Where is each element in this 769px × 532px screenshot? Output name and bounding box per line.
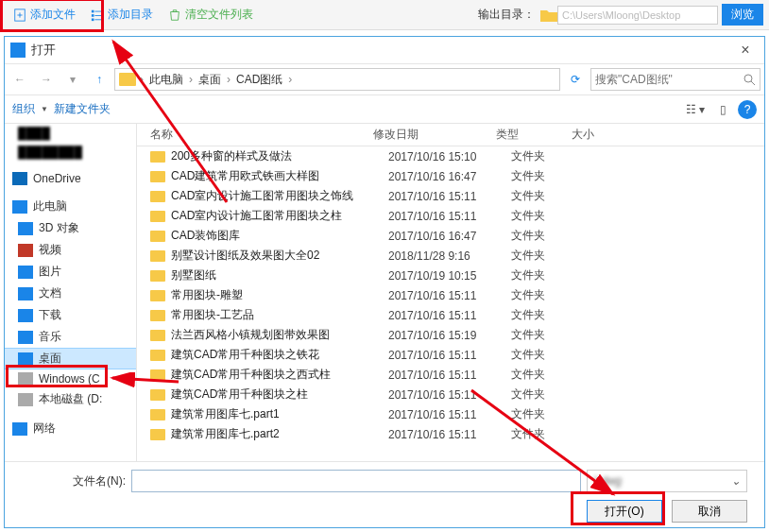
chevron-right-icon: › [225, 73, 232, 86]
file-row[interactable]: 建筑CAD常用千种图块之铁花2017/10/16 15:11文件夹 [137, 345, 764, 365]
preview-button[interactable]: ▯ [716, 101, 730, 118]
file-name: 建筑CAD常用千种图块之柱 [171, 386, 388, 403]
organize-button[interactable]: 组织 [12, 101, 35, 117]
file-type: 文件夹 [511, 367, 587, 383]
file-row[interactable]: 200多种窗的样式及做法2017/10/16 15:10文件夹 [137, 146, 764, 166]
breadcrumb[interactable]: › 此电脑 › 桌面 › CAD图纸 › [114, 68, 560, 91]
add-dir-button[interactable]: 添加目录 [83, 3, 161, 26]
new-folder-button[interactable]: 新建文件夹 [54, 101, 111, 117]
file-name: CAD室内设计施工图常用图块之柱 [171, 208, 388, 224]
clear-list-button[interactable]: 清空文件列表 [161, 3, 261, 26]
nav-up-icon[interactable]: ↑ [88, 68, 111, 91]
tree-label: 下载 [39, 307, 61, 323]
folder-icon [150, 171, 165, 182]
nav-back-icon[interactable]: ← [9, 68, 31, 91]
tree-desktop[interactable]: 桌面 [5, 348, 136, 369]
tree-drive-d[interactable]: 本地磁盘 (D: [5, 388, 136, 410]
folder-icon [150, 330, 165, 341]
file-date: 2017/10/16 15:11 [388, 408, 511, 421]
breadcrumb-item[interactable]: 此电脑 [147, 72, 185, 88]
svg-rect-5 [92, 18, 94, 21]
file-name: 法兰西风格小镇规划图带效果图 [171, 327, 388, 343]
file-row[interactable]: 建筑常用图库七.part12017/10/16 15:11文件夹 [137, 404, 764, 424]
tree-label: 桌面 [39, 351, 61, 367]
breadcrumb-item[interactable]: CAD图纸 [234, 72, 284, 88]
tree-item-blurred: ████████ [5, 143, 136, 162]
file-type: 文件夹 [511, 347, 587, 363]
add-file-icon [13, 9, 26, 22]
breadcrumb-item[interactable]: 桌面 [197, 72, 223, 88]
file-name: 建筑CAD常用千种图块之铁花 [171, 347, 388, 363]
refresh-icon[interactable]: ⟳ [564, 68, 587, 91]
file-list-header[interactable]: 名称 修改日期 类型 大小 [137, 124, 764, 146]
tree-downloads[interactable]: 下载 [5, 304, 136, 326]
filetype-select[interactable]: *.dwg ⌄ [587, 470, 747, 492]
tree-label: 视频 [39, 242, 61, 258]
file-type: 文件夹 [511, 426, 587, 442]
dialog-toolbar: 组织 ▼ 新建文件夹 ☷ ▾ ▯ ? [5, 95, 764, 124]
file-name: 200多种窗的样式及做法 [171, 148, 388, 164]
file-type: 文件夹 [511, 208, 587, 224]
view-mode-button[interactable]: ☷ ▾ [682, 101, 709, 118]
nav-forward-icon[interactable]: → [35, 68, 58, 91]
nav-recent-icon[interactable]: ▾ [61, 68, 84, 91]
file-date: 2017/10/16 15:11 [388, 388, 511, 402]
add-file-button[interactable]: 添加文件 [6, 3, 83, 26]
file-date: 2017/10/19 10:15 [388, 269, 511, 283]
chevron-down-icon: ⌄ [731, 474, 741, 488]
cancel-button[interactable]: 取消 [672, 500, 747, 523]
tree-label: 网络 [33, 420, 56, 437]
file-row[interactable]: CAD装饰图库2017/10/16 16:47文件夹 [137, 226, 764, 246]
svg-rect-1 [92, 9, 94, 12]
file-date: 2017/10/16 15:11 [388, 309, 511, 322]
tree-drive-c[interactable]: Windows (C [5, 369, 136, 388]
tree-this-pc[interactable]: 此电脑 [5, 196, 136, 217]
file-row[interactable]: 别墅设计图纸及效果图大全022018/11/28 9:16文件夹 [137, 246, 764, 266]
file-row[interactable]: 建筑CAD常用千种图块之西式柱2017/10/16 15:11文件夹 [137, 365, 764, 385]
tree-pictures[interactable]: 图片 [5, 261, 136, 283]
file-row[interactable]: 常用图块-工艺品2017/10/16 15:11文件夹 [137, 305, 764, 325]
folder-icon [150, 429, 165, 440]
file-row[interactable]: CAD建筑常用欧式铁画大样图2017/10/16 16:47文件夹 [137, 166, 764, 186]
close-icon[interactable]: × [732, 42, 759, 59]
search-input[interactable] [595, 73, 743, 86]
chevron-down-icon[interactable]: ▼ [41, 105, 48, 113]
tree-onedrive[interactable]: OneDrive [5, 169, 136, 188]
tree-music[interactable]: 音乐 [5, 326, 136, 348]
file-type: 文件夹 [511, 307, 587, 323]
file-row[interactable]: 建筑CAD常用千种图块之柱2017/10/16 15:11文件夹 [137, 385, 764, 404]
search-box[interactable] [590, 68, 760, 91]
file-row[interactable]: 建筑常用图库七.part22017/10/16 15:11文件夹 [137, 424, 764, 444]
tree-label: Windows (C [39, 372, 100, 386]
col-name[interactable]: 名称 [137, 127, 373, 143]
add-file-label: 添加文件 [30, 7, 76, 23]
folder-icon [150, 350, 165, 361]
file-row[interactable]: 法兰西风格小镇规划图带效果图2017/10/16 15:19文件夹 [137, 325, 764, 345]
file-date: 2017/10/16 15:11 [388, 289, 511, 302]
file-type: 文件夹 [511, 188, 587, 204]
file-type: 文件夹 [511, 287, 587, 303]
outdir-input[interactable] [557, 6, 718, 25]
file-row[interactable]: CAD室内设计施工图常用图块之柱2017/10/16 15:11文件夹 [137, 206, 764, 226]
file-row[interactable]: 别墅图纸2017/10/19 10:15文件夹 [137, 266, 764, 285]
file-date: 2017/10/16 15:11 [388, 349, 511, 362]
file-type: 文件夹 [511, 148, 587, 164]
file-date: 2017/10/16 16:47 [388, 230, 511, 243]
open-button[interactable]: 打开(O) [587, 500, 662, 523]
tree-documents[interactable]: 文档 [5, 283, 136, 304]
file-row[interactable]: 常用图块-雕塑2017/10/16 15:11文件夹 [137, 285, 764, 305]
tree-network[interactable]: 网络 [5, 418, 136, 439]
col-date[interactable]: 修改日期 [373, 127, 496, 143]
col-size[interactable]: 大小 [572, 127, 764, 143]
col-type[interactable]: 类型 [496, 127, 572, 143]
tree-videos[interactable]: 视频 [5, 239, 136, 261]
filename-input[interactable] [131, 470, 581, 492]
file-row[interactable]: CAD室内设计施工图常用图块之饰线2017/10/16 15:11文件夹 [137, 186, 764, 206]
help-icon[interactable]: ? [738, 100, 757, 119]
browse-button[interactable]: 浏览 [722, 4, 763, 26]
file-type: 文件夹 [511, 406, 587, 422]
file-type: 文件夹 [511, 386, 587, 403]
file-name: 常用图块-雕塑 [171, 287, 388, 303]
tree-3d-objects[interactable]: 3D 对象 [5, 217, 136, 239]
folder-tree[interactable]: ████ ████████ OneDrive 此电脑 3D 对象 视频 图片 文… [5, 124, 137, 461]
